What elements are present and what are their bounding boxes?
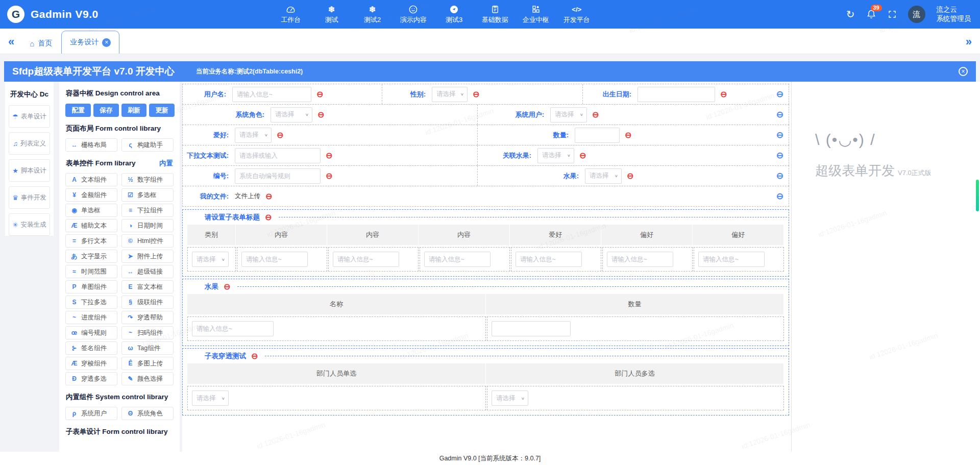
library-item-checkbox[interactable]: ☑多选框: [121, 188, 174, 202]
library-item-drill-help[interactable]: ↷穿透帮助: [121, 311, 174, 324]
remove-row-icon[interactable]: ⊖: [776, 90, 783, 99]
system-user-select[interactable]: 请选择∨: [550, 107, 587, 123]
library-item-signature[interactable]: ⊱签名组件: [65, 341, 117, 355]
remove-row-icon[interactable]: ⊖: [776, 131, 783, 139]
library-item-tag[interactable]: ωTag组件: [121, 341, 174, 355]
remove-field-icon[interactable]: ⊖: [317, 111, 324, 119]
menu-item-workbench[interactable]: 工作台: [277, 4, 305, 25]
fruit-quantity-input[interactable]: [492, 321, 571, 336]
remove-field-icon[interactable]: ⊖: [316, 90, 323, 99]
file-upload-text[interactable]: 文件上传: [235, 192, 260, 201]
remove-row-icon[interactable]: ⊖: [776, 192, 783, 201]
library-item-build-assistant[interactable]: ς 构建助手: [121, 138, 174, 152]
remove-field-icon[interactable]: ⊖: [625, 131, 631, 139]
library-item-select[interactable]: ≡下拉组件: [121, 204, 174, 217]
library-item-grid-layout[interactable]: ↔ 栅格布局: [65, 138, 117, 152]
library-item-radio[interactable]: ◉单选框: [65, 204, 117, 217]
fruit-select[interactable]: 请选择∨: [585, 168, 622, 184]
config-button[interactable]: 配置: [65, 104, 91, 117]
remove-field-icon[interactable]: ⊖: [265, 192, 272, 201]
menu-item-base-data[interactable]: 基础数据: [481, 4, 509, 25]
hobby-input[interactable]: [516, 252, 582, 267]
header-close-icon[interactable]: ×: [959, 67, 968, 76]
menu-item-test3[interactable]: 测试3: [440, 4, 468, 25]
remove-field-icon[interactable]: ⊖: [473, 90, 479, 99]
tab-home[interactable]: ⌂ 首页: [22, 33, 59, 54]
remove-field-icon[interactable]: ⊖: [592, 111, 599, 119]
menu-item-test[interactable]: ❄ 测试: [318, 4, 346, 25]
library-item-helper-text[interactable]: Æ辅助文本: [65, 219, 117, 232]
tabs-scroll-left-icon[interactable]: «: [0, 35, 22, 54]
library-item-datetime[interactable]: ◑日期时间: [121, 219, 174, 232]
library-item-attachment-upload[interactable]: ➤附件上传: [121, 250, 174, 263]
quantity-input[interactable]: [575, 128, 620, 143]
remove-row-icon[interactable]: ⊖: [776, 110, 783, 119]
menu-item-test2[interactable]: ❄ 测试2: [359, 4, 386, 25]
library-item-multi-select[interactable]: S下拉多选: [65, 296, 117, 309]
remove-subtable-icon[interactable]: ⊖: [251, 352, 258, 360]
builtin-link[interactable]: 内置: [159, 159, 173, 168]
content-input[interactable]: [424, 252, 491, 267]
remove-field-icon[interactable]: ⊖: [627, 172, 633, 180]
notification-bell-icon[interactable]: 39: [866, 9, 876, 19]
library-item-cascade[interactable]: §级联组件: [121, 296, 174, 309]
library-item-multi-image-upload[interactable]: Ê多图上传: [121, 357, 174, 370]
menu-item-enterprise-hub[interactable]: 企业中枢: [522, 4, 550, 25]
tab-business-design[interactable]: 业务设计 ×: [61, 31, 119, 54]
remove-subtable-icon[interactable]: ⊖: [265, 213, 272, 222]
library-item-numbering-rule[interactable]: œ编号规则: [65, 326, 117, 339]
library-item-transfer[interactable]: Æ穿梭组件: [65, 357, 117, 370]
library-item-system-role[interactable]: Θ系统角色: [121, 407, 174, 420]
related-fruit-select[interactable]: 请选择∨: [537, 148, 574, 163]
sidebar-item-event-dev[interactable]: ♛ 事件开发: [9, 186, 50, 209]
fruit-name-input[interactable]: [192, 321, 274, 336]
refresh-icon[interactable]: ↻: [846, 9, 855, 19]
save-button[interactable]: 保存: [93, 104, 119, 117]
username-input[interactable]: [232, 87, 311, 102]
scrollbar-thumb[interactable]: [976, 180, 979, 211]
library-item-progress[interactable]: ~进度组件: [65, 311, 117, 324]
user-info[interactable]: 流之云 系统管理员: [937, 5, 971, 23]
number-rule-input[interactable]: [235, 168, 321, 184]
sidebar-item-form-design[interactable]: ☂ 表单设计: [9, 105, 50, 128]
library-item-drill-multi-select[interactable]: Ð穿透多选: [65, 372, 117, 385]
content-input[interactable]: [241, 252, 308, 267]
birthdate-input[interactable]: [638, 87, 715, 102]
dept-person-multi-select[interactable]: 请选择∨: [492, 390, 528, 406]
sidebar-item-script-design[interactable]: ★ 脚本设计: [9, 159, 50, 182]
library-item-scan-code[interactable]: ~扫码组件: [121, 326, 174, 339]
preference-input[interactable]: [698, 252, 765, 267]
library-item-text[interactable]: A文本组件: [65, 173, 117, 186]
menu-item-dev-platform[interactable]: </> 开发平台: [563, 4, 591, 25]
library-item-number[interactable]: ½数字组件: [121, 173, 174, 186]
fullscreen-icon[interactable]: [888, 10, 897, 19]
user-avatar[interactable]: 流: [908, 6, 925, 23]
library-item-time-range[interactable]: ≈时间范围: [65, 265, 117, 278]
library-item-rich-text[interactable]: E富文本框: [121, 280, 174, 293]
library-item-textarea[interactable]: =多行文本: [65, 234, 117, 248]
sidebar-item-list-define[interactable]: ♫ 列表定义: [9, 132, 50, 155]
remove-field-icon[interactable]: ⊖: [720, 90, 727, 99]
app-logo[interactable]: G: [7, 6, 24, 23]
remove-field-icon[interactable]: ⊖: [277, 131, 283, 139]
sidebar-item-install-generate[interactable]: ✳ 安装生成: [9, 213, 50, 236]
preference-input[interactable]: [607, 252, 673, 267]
system-role-select[interactable]: 请选择∨: [271, 107, 312, 123]
remove-row-icon[interactable]: ⊖: [776, 172, 783, 180]
remove-field-icon[interactable]: ⊖: [326, 172, 332, 180]
gender-select[interactable]: 请选择∨: [432, 87, 468, 102]
tabs-scroll-right-icon[interactable]: »: [958, 35, 980, 54]
remove-field-icon[interactable]: ⊖: [579, 152, 586, 160]
dropdown-text-input[interactable]: [235, 148, 321, 163]
library-item-html[interactable]: ©Html控件: [121, 234, 174, 248]
refresh-button[interactable]: 刷新: [121, 104, 147, 117]
menu-item-demo[interactable]: 演示内容: [400, 4, 427, 25]
content-input[interactable]: [333, 252, 399, 267]
remove-subtable-icon[interactable]: ⊖: [224, 283, 230, 291]
library-item-text-display[interactable]: あ文字显示: [65, 250, 117, 263]
tab-close-icon[interactable]: ×: [102, 38, 111, 47]
update-button[interactable]: 更新: [149, 104, 175, 117]
library-item-hyperlink[interactable]: ↔超级链接: [121, 265, 174, 278]
dept-person-single-select[interactable]: 请选择∨: [192, 390, 229, 406]
library-item-single-image[interactable]: P单图组件: [65, 280, 117, 293]
